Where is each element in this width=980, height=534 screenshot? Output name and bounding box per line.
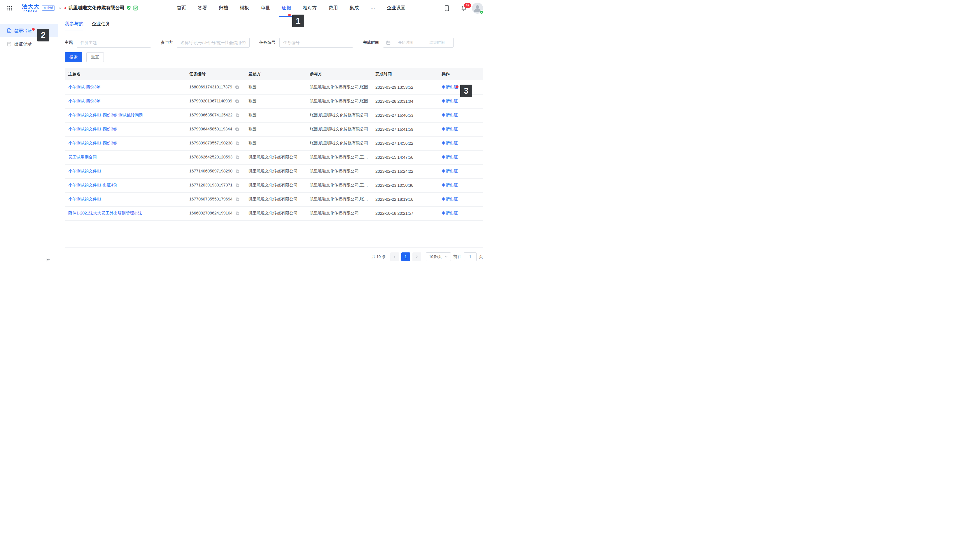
subject-link[interactable]: 小羊测试-四份3签 [68, 84, 100, 89]
task-no-input[interactable] [279, 38, 353, 48]
subject-link[interactable]: 员工试用期合同 [68, 155, 97, 159]
navbar-right: 47 [445, 3, 483, 14]
subject-link[interactable]: 小羊测试-四份3签 [68, 99, 100, 103]
participants-cell: 张园,叽里呱啦文化传媒有限公司 [306, 136, 372, 150]
collapse-sidebar-button[interactable] [46, 258, 50, 262]
copy-icon[interactable] [235, 211, 239, 216]
nav-item[interactable]: 证据 [277, 0, 296, 16]
participant-input[interactable] [177, 38, 250, 48]
table-row: 小羊测试的文件01 1677140605897198290 叽里呱啦文化传媒有限… [65, 164, 483, 178]
subject-input[interactable] [77, 38, 151, 48]
apply-cert-link[interactable]: 申请出证 [442, 169, 458, 173]
tab-my-participated[interactable]: 我参与的 [65, 21, 83, 31]
copy-icon[interactable] [235, 99, 239, 104]
subject-link[interactable]: 小羊测试的文件01-四份3签 [68, 141, 117, 145]
table-row: 小羊测试-四份3签 1679992013671140939 张园 叽 [65, 94, 483, 108]
filter-actions: 搜索 重置 [65, 52, 483, 62]
copy-icon[interactable] [235, 169, 239, 174]
participants-cell: 张园,叽里呱啦文化传媒有限公司 [306, 122, 372, 136]
task-number: 1677060735559179694 [189, 197, 232, 201]
col-subject: 主题名 [65, 68, 186, 80]
finish-time-label: 完成时间 [363, 40, 379, 45]
search-button[interactable]: 搜索 [65, 52, 82, 62]
subject-link[interactable]: 小羊测试的文件01 [68, 197, 102, 201]
subject-link[interactable]: 小羊测试的文件01-四份3签 [68, 127, 117, 131]
apply-cert-link[interactable]: 申请出证 [442, 84, 458, 89]
sidebar-item-cert-records[interactable]: 出证记录 [0, 37, 58, 51]
apps-grid-button[interactable] [7, 6, 12, 11]
prev-page-button[interactable] [390, 252, 399, 261]
divider [17, 5, 17, 11]
nav-item[interactable]: 集成 [345, 0, 363, 16]
page: 法大大 FADADA 企业版 叽里呱啦文化传媒有限公司 [0, 0, 490, 267]
apply-cert-link[interactable]: 申请出证 [442, 127, 458, 131]
finish-time-cell: 2023-03-27 16:46:53 [372, 108, 438, 122]
company-name[interactable]: 叽里呱啦文化传媒有限公司 [68, 5, 124, 11]
mobile-app-button[interactable] [445, 5, 449, 11]
copy-icon[interactable] [235, 183, 239, 188]
nav-item[interactable]: 企业设置 [382, 0, 410, 16]
notification-count-badge: 47 [464, 3, 471, 8]
task-number: 1678862642529120593 [189, 155, 232, 159]
copy-icon[interactable] [235, 113, 239, 118]
chevron-left-icon [393, 255, 396, 258]
subject-link[interactable]: 附件1-2021法大大员工外出培训管理办法 [68, 211, 142, 215]
col-finish-time: 完成时间 [372, 68, 438, 80]
copy-icon[interactable] [235, 85, 239, 90]
table-row: 员工试用期合同 1678862642529120593 叽里呱啦文化传媒有限公司 [65, 150, 483, 164]
subject-link[interactable]: 小羊测试的文件01-四份3签 测试跳转问题 [68, 113, 143, 117]
initiator-cell: 叽里呱啦文化传媒有限公司 [245, 164, 306, 178]
initiator-cell: 叽里呱啦文化传媒有限公司 [245, 192, 306, 206]
finish-time-range-picker[interactable]: 开始时间 - 结束时间 [383, 38, 453, 48]
goto-page-input[interactable] [464, 252, 477, 261]
nav-item[interactable]: 模板 [235, 0, 253, 16]
page-1-button[interactable]: 1 [401, 252, 410, 261]
subject-link[interactable]: 小羊测试的文件01 [68, 169, 102, 173]
apply-cert-link[interactable]: 申请出证 [442, 183, 458, 187]
apply-cert-link[interactable]: 申请出证 [442, 211, 458, 215]
tasks-table: 主题名 任务编号 发起方 参与方 完成时间 操作 小羊测试-四份3签 16800… [65, 68, 483, 221]
phone-icon [445, 5, 449, 11]
nav-item[interactable]: 相对方 [298, 0, 321, 16]
sidebar-item-sign-cert[interactable]: 签署出证 [0, 24, 58, 37]
filter-bar: 主题 参与方 任务编号 完成时间 [65, 38, 483, 48]
page-size-select[interactable]: 10条/页 [426, 252, 451, 261]
table-row: 小羊测试的文件01-出证4份 1677120391930197371 叽里呱啦文… [65, 178, 483, 192]
task-no-label: 任务编号 [259, 40, 275, 45]
nav-item[interactable]: 审批 [256, 0, 274, 16]
apply-cert-link[interactable]: 申请出证 [442, 99, 458, 103]
apply-cert-link[interactable]: 申请出证 [442, 155, 458, 159]
nav-item[interactable]: 首页 [172, 0, 191, 16]
finish-time-cell: 2022-10-18 20:21:57 [372, 206, 438, 220]
finish-time-cell: 2023-02-23 10:50:36 [372, 178, 438, 192]
copy-icon[interactable] [235, 127, 239, 132]
initiator-cell: 张园 [245, 108, 306, 122]
range-separator: - [421, 41, 422, 45]
next-page-button[interactable] [412, 252, 421, 261]
nav-item[interactable]: 签署 [193, 0, 212, 16]
nav-item[interactable]: ⋯ [366, 0, 379, 16]
copy-icon[interactable] [235, 197, 239, 202]
copy-icon[interactable] [235, 155, 239, 160]
divider [455, 5, 455, 11]
user-avatar[interactable] [472, 3, 483, 14]
top-navbar: 法大大 FADADA 企业版 叽里呱啦文化传媒有限公司 [0, 0, 490, 16]
company-switch-button[interactable] [58, 6, 62, 10]
annotation-marker-3: 3 [460, 84, 472, 97]
participants-cell: 叽里呱啦文化传媒有限公司 [306, 206, 372, 220]
participants-cell: 叽里呱啦文化传媒有限公司,张倍涵 [306, 192, 372, 206]
nav-item[interactable]: 费用 [324, 0, 342, 16]
task-number: 1666092708624199104 [189, 211, 232, 215]
reset-button[interactable]: 重置 [86, 52, 104, 62]
apply-cert-link[interactable]: 申请出证 [442, 197, 458, 201]
nav-item[interactable]: 归档 [215, 0, 232, 16]
apply-cert-link[interactable]: 申请出证 [442, 113, 458, 117]
copy-icon[interactable] [235, 141, 239, 146]
notifications-button[interactable]: 47 [461, 5, 467, 11]
table-row: 小羊测试的文件01 1677060735559179694 叽里呱啦文化传媒有限… [65, 192, 483, 206]
subject-link[interactable]: 小羊测试的文件01-出证4份 [68, 183, 117, 187]
table-row: 小羊测试-四份3签 1680069174310117379 张园 叽 [65, 80, 483, 94]
participants-cell: 叽里呱啦文化传媒有限公司,张园 [306, 94, 372, 108]
apply-cert-link[interactable]: 申请出证 [442, 141, 458, 145]
tab-enterprise-tasks[interactable]: 企业任务 [92, 21, 110, 31]
